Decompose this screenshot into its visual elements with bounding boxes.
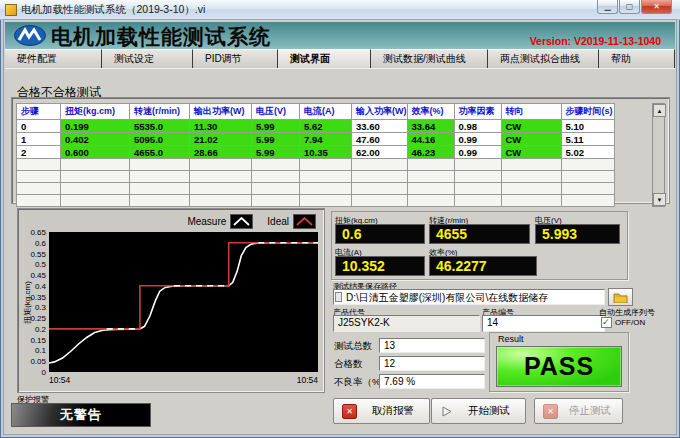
- product-code-input[interactable]: J25SYK2-K: [333, 315, 480, 332]
- titlebar: 电机加载性能测试系统（2019-3-10）.vi ▁ ▢ ✕: [0, 0, 680, 20]
- table-cell: 10.35: [300, 146, 352, 159]
- table-cell: 0.98: [454, 120, 501, 133]
- table-cell: [300, 171, 352, 183]
- table-cell: 5095.0: [130, 133, 190, 146]
- table-cell: [61, 183, 130, 195]
- y-axis-tick-label: 0.6: [18, 239, 46, 248]
- auto-serial-toggle-label: OFF/ON: [615, 318, 645, 327]
- browse-folder-button[interactable]: [608, 288, 633, 306]
- table-cell: [17, 183, 61, 195]
- table-cell: 47.60: [352, 133, 408, 146]
- result-value: PASS: [524, 352, 594, 381]
- table-cell: [252, 195, 300, 207]
- tab-5[interactable]: 测试数据/测试曲线: [371, 49, 488, 68]
- total-tests-label: 测试总数: [334, 340, 372, 353]
- table-row[interactable]: 10.4025095.021.025.997.9447.6044.160.99C…: [17, 133, 615, 146]
- y-axis-tick-label: 0.5: [18, 260, 46, 269]
- table-cell: [561, 171, 614, 183]
- table-cell: 5.99: [252, 146, 300, 159]
- window-title: 电机加载性能测试系统（2019-3-10）.vi: [21, 3, 205, 17]
- table-cell: [300, 183, 352, 195]
- defect-rate-value: 7.69 %: [379, 374, 485, 389]
- y-axis-tick-label: 0.2: [18, 325, 46, 334]
- minimize-button[interactable]: ▁: [597, 0, 618, 14]
- table-cell: 5.99: [252, 120, 300, 133]
- alarm-status-indicator: 无警告: [11, 403, 151, 427]
- table-cell: 28.66: [190, 146, 252, 159]
- table-cell: [561, 183, 614, 195]
- result-indicator: PASS: [496, 346, 622, 387]
- table-cell: 0.99: [454, 133, 501, 146]
- table-column-header: 电压(V): [252, 104, 300, 120]
- table-cell: 5.02: [561, 146, 614, 159]
- y-axis-tick-label: 0.65: [18, 228, 46, 237]
- table-cell: 11.30: [190, 120, 252, 133]
- table-column-header: 输出功率(W): [190, 104, 252, 120]
- table-cell: [501, 159, 561, 171]
- tab-6[interactable]: 两点测试拟合曲线: [488, 49, 599, 68]
- voltage-readout: 5.993: [535, 224, 620, 244]
- scroll-down-icon[interactable]: ▼: [653, 193, 666, 206]
- table-cell: 62.00: [352, 146, 408, 159]
- tab-3[interactable]: PID调节: [193, 49, 278, 68]
- tab-2[interactable]: 测试设定: [102, 49, 193, 68]
- table-row[interactable]: 20.6004655.028.665.9910.3562.0046.230.99…: [17, 146, 615, 159]
- save-path-input[interactable]: D:\日清五金塑膠(深圳)有限公司\在线数据储存: [333, 289, 605, 305]
- y-axis-tick-label: 0.15: [18, 336, 46, 345]
- table-scrollbar[interactable]: ▲ ▼: [652, 103, 665, 207]
- table-cell: [130, 171, 190, 183]
- table-cell: CW: [501, 133, 561, 146]
- total-tests-value: 13: [379, 338, 485, 353]
- table-cell: 0.402: [61, 133, 130, 146]
- table-column-header: 输入功率(W): [352, 104, 408, 120]
- app-icon: [5, 4, 17, 16]
- table-column-header: 转向: [501, 104, 561, 120]
- table-cell: [61, 159, 130, 171]
- tab-1[interactable]: 硬件配置: [5, 49, 102, 68]
- auto-serial-toggle[interactable]: ✓ OFF/ON: [601, 317, 645, 328]
- product-no-input[interactable]: 14: [482, 315, 605, 332]
- torque-readout: 0.6: [335, 224, 425, 244]
- start-test-button-label: 开始测试: [453, 404, 525, 418]
- pass-fail-table[interactable]: 步骤扭矩(kg.cm)转速(r/min)输出功率(W)电压(V)电流(A)输入功…: [16, 103, 615, 207]
- cancel-alarm-icon: ✕: [342, 404, 357, 419]
- play-icon: [440, 405, 453, 418]
- table-row[interactable]: 00.1995535.011.305.995.6233.6033.640.98C…: [17, 120, 615, 133]
- table-cell: [17, 195, 61, 207]
- start-test-button[interactable]: 开始测试: [431, 398, 526, 424]
- close-button[interactable]: ✕: [641, 0, 672, 14]
- table-cell: [352, 171, 408, 183]
- table-cell: [454, 159, 501, 171]
- page-title: 电机加载性能测试系统: [51, 23, 271, 51]
- brand-logo-icon: [14, 25, 46, 50]
- table-column-header: 扭矩(kg.cm): [61, 104, 130, 120]
- table-column-header: 步骤: [17, 104, 61, 120]
- table-empty-row: [17, 171, 615, 183]
- maximize-button[interactable]: ▢: [619, 0, 640, 14]
- table-cell: [190, 195, 252, 207]
- stop-test-button[interactable]: ✕ 停止测试: [534, 398, 623, 424]
- checkbox-checked-icon[interactable]: ✓: [601, 317, 612, 328]
- y-axis-tick-label: 0.4: [18, 282, 46, 291]
- x-axis-start-tick: 10:54: [49, 375, 70, 385]
- tab-7[interactable]: 帮助: [599, 49, 675, 68]
- legend-line-icon: [293, 214, 316, 229]
- y-axis-tick-label: 0.25: [18, 314, 46, 323]
- scroll-up-icon[interactable]: ▲: [653, 104, 666, 117]
- table-cell: 5.10: [561, 120, 614, 133]
- table-cell: [407, 183, 454, 195]
- table-cell: 0.199: [61, 120, 130, 133]
- table-cell: 5.62: [300, 120, 352, 133]
- table-cell: [300, 195, 352, 207]
- tab-strip: 硬件配置测试设定PID调节测试界面测试数据/测试曲线两点测试拟合曲线帮助: [5, 49, 675, 68]
- table-cell: [252, 159, 300, 171]
- table-cell: 21.02: [190, 133, 252, 146]
- tab-4[interactable]: 测试界面: [278, 49, 371, 68]
- table-column-header: 效率(%): [407, 104, 454, 120]
- table-cell: [454, 195, 501, 207]
- table-cell: [407, 159, 454, 171]
- cancel-alarm-button[interactable]: ✕ 取消报警: [333, 398, 430, 424]
- table-cell: [454, 183, 501, 195]
- folder-icon: [613, 292, 628, 303]
- table-cell: 0: [17, 120, 61, 133]
